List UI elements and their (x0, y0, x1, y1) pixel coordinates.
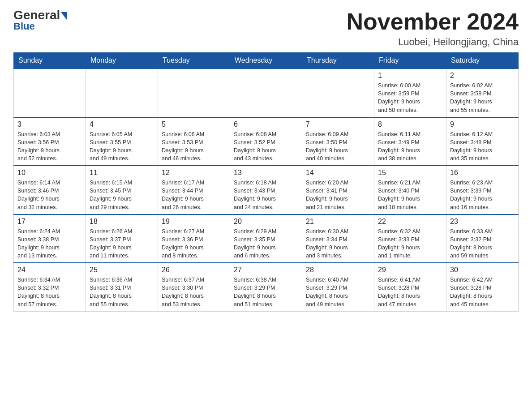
calendar-cell: 14Sunrise: 6:20 AM Sunset: 3:41 PM Dayli… (302, 166, 374, 214)
calendar-cell: 29Sunrise: 6:41 AM Sunset: 3:28 PM Dayli… (374, 263, 446, 311)
calendar-table: SundayMondayTuesdayWednesdayThursdayFrid… (13, 52, 519, 312)
day-info: Sunrise: 6:11 AM Sunset: 3:49 PM Dayligh… (378, 130, 442, 163)
day-number: 20 (234, 218, 298, 226)
calendar-title: November 2024 (347, 9, 519, 34)
day-number: 21 (306, 218, 370, 226)
day-info: Sunrise: 6:00 AM Sunset: 3:59 PM Dayligh… (378, 81, 442, 114)
day-info: Sunrise: 6:09 AM Sunset: 3:50 PM Dayligh… (306, 130, 370, 163)
calendar-cell: 26Sunrise: 6:37 AM Sunset: 3:30 PM Dayli… (158, 263, 230, 311)
day-info: Sunrise: 6:42 AM Sunset: 3:28 PM Dayligh… (450, 276, 515, 308)
day-number: 17 (17, 218, 82, 226)
logo: General Blue (13, 9, 67, 32)
day-number: 16 (450, 169, 515, 177)
day-info: Sunrise: 6:37 AM Sunset: 3:30 PM Dayligh… (162, 276, 226, 308)
day-number: 30 (450, 266, 515, 274)
weekday-header-monday: Monday (86, 53, 158, 69)
day-info: Sunrise: 6:24 AM Sunset: 3:38 PM Dayligh… (17, 227, 82, 260)
day-info: Sunrise: 6:06 AM Sunset: 3:53 PM Dayligh… (162, 130, 226, 163)
day-number: 25 (90, 266, 154, 274)
logo-text: General (13, 9, 67, 21)
calendar-cell: 2Sunrise: 6:02 AM Sunset: 3:58 PM Daylig… (446, 68, 519, 117)
calendar-cell (230, 68, 302, 117)
calendar-cell: 18Sunrise: 6:26 AM Sunset: 3:37 PM Dayli… (86, 214, 158, 263)
week-row-2: 3Sunrise: 6:03 AM Sunset: 3:56 PM Daylig… (14, 117, 519, 166)
week-row-4: 17Sunrise: 6:24 AM Sunset: 3:38 PM Dayli… (14, 214, 519, 263)
calendar-subtitle: Luobei, Heilongjiang, China (347, 36, 519, 48)
day-number: 3 (17, 120, 82, 128)
day-info: Sunrise: 6:33 AM Sunset: 3:32 PM Dayligh… (450, 227, 515, 260)
day-info: Sunrise: 6:40 AM Sunset: 3:29 PM Dayligh… (306, 276, 370, 308)
day-number: 5 (162, 120, 226, 128)
calendar-cell: 9Sunrise: 6:12 AM Sunset: 3:48 PM Daylig… (446, 117, 519, 166)
week-row-1: 1Sunrise: 6:00 AM Sunset: 3:59 PM Daylig… (14, 68, 519, 117)
calendar-cell: 28Sunrise: 6:40 AM Sunset: 3:29 PM Dayli… (302, 263, 374, 311)
day-number: 24 (17, 266, 82, 274)
day-info: Sunrise: 6:23 AM Sunset: 3:39 PM Dayligh… (450, 179, 515, 211)
calendar-cell: 13Sunrise: 6:18 AM Sunset: 3:43 PM Dayli… (230, 166, 302, 214)
calendar-cell: 30Sunrise: 6:42 AM Sunset: 3:28 PM Dayli… (446, 263, 519, 311)
day-number: 15 (378, 169, 442, 177)
calendar-cell: 6Sunrise: 6:08 AM Sunset: 3:52 PM Daylig… (230, 117, 302, 166)
weekday-header-friday: Friday (374, 53, 446, 69)
day-info: Sunrise: 6:29 AM Sunset: 3:35 PM Dayligh… (234, 227, 298, 260)
day-info: Sunrise: 6:26 AM Sunset: 3:37 PM Dayligh… (90, 227, 154, 260)
day-info: Sunrise: 6:12 AM Sunset: 3:48 PM Dayligh… (450, 130, 515, 163)
day-info: Sunrise: 6:30 AM Sunset: 3:34 PM Dayligh… (306, 227, 370, 260)
day-number: 1 (378, 72, 442, 80)
calendar-cell (158, 68, 230, 117)
day-number: 2 (450, 72, 515, 80)
weekday-header-tuesday: Tuesday (158, 53, 230, 69)
day-number: 13 (234, 169, 298, 177)
day-number: 27 (234, 266, 298, 274)
weekday-header-sunday: Sunday (14, 53, 86, 69)
day-info: Sunrise: 6:14 AM Sunset: 3:46 PM Dayligh… (17, 179, 82, 211)
calendar-cell: 22Sunrise: 6:32 AM Sunset: 3:33 PM Dayli… (374, 214, 446, 263)
day-info: Sunrise: 6:36 AM Sunset: 3:31 PM Dayligh… (90, 276, 154, 308)
day-info: Sunrise: 6:38 AM Sunset: 3:29 PM Dayligh… (234, 276, 298, 308)
calendar-cell: 15Sunrise: 6:21 AM Sunset: 3:40 PM Dayli… (374, 166, 446, 214)
day-number: 28 (306, 266, 370, 274)
weekday-header-wednesday: Wednesday (230, 53, 302, 69)
day-number: 4 (90, 120, 154, 128)
day-info: Sunrise: 6:03 AM Sunset: 3:56 PM Dayligh… (17, 130, 82, 163)
calendar-cell: 5Sunrise: 6:06 AM Sunset: 3:53 PM Daylig… (158, 117, 230, 166)
calendar-cell: 25Sunrise: 6:36 AM Sunset: 3:31 PM Dayli… (86, 263, 158, 311)
calendar-cell: 12Sunrise: 6:17 AM Sunset: 3:44 PM Dayli… (158, 166, 230, 214)
day-number: 11 (90, 169, 154, 177)
calendar-cell: 21Sunrise: 6:30 AM Sunset: 3:34 PM Dayli… (302, 214, 374, 263)
day-info: Sunrise: 6:08 AM Sunset: 3:52 PM Dayligh… (234, 130, 298, 163)
weekday-header-thursday: Thursday (302, 53, 374, 69)
day-number: 8 (378, 120, 442, 128)
day-info: Sunrise: 6:32 AM Sunset: 3:33 PM Dayligh… (378, 227, 442, 260)
day-info: Sunrise: 6:15 AM Sunset: 3:45 PM Dayligh… (90, 179, 154, 211)
calendar-cell: 24Sunrise: 6:34 AM Sunset: 3:32 PM Dayli… (14, 263, 86, 311)
calendar-cell: 10Sunrise: 6:14 AM Sunset: 3:46 PM Dayli… (14, 166, 86, 214)
calendar-cell: 19Sunrise: 6:27 AM Sunset: 3:36 PM Dayli… (158, 214, 230, 263)
day-number: 19 (162, 218, 226, 226)
title-block: November 2024 Luobei, Heilongjiang, Chin… (347, 9, 519, 48)
day-number: 12 (162, 169, 226, 177)
day-number: 29 (378, 266, 442, 274)
calendar-cell: 23Sunrise: 6:33 AM Sunset: 3:32 PM Dayli… (446, 214, 519, 263)
day-info: Sunrise: 6:05 AM Sunset: 3:55 PM Dayligh… (90, 130, 154, 163)
page-header: General Blue November 2024 Luobei, Heilo… (13, 9, 519, 48)
day-number: 7 (306, 120, 370, 128)
day-info: Sunrise: 6:17 AM Sunset: 3:44 PM Dayligh… (162, 179, 226, 211)
day-number: 23 (450, 218, 515, 226)
calendar-cell: 1Sunrise: 6:00 AM Sunset: 3:59 PM Daylig… (374, 68, 446, 117)
day-info: Sunrise: 6:20 AM Sunset: 3:41 PM Dayligh… (306, 179, 370, 211)
calendar-cell (302, 68, 374, 117)
calendar-cell: 27Sunrise: 6:38 AM Sunset: 3:29 PM Dayli… (230, 263, 302, 311)
calendar-cell: 11Sunrise: 6:15 AM Sunset: 3:45 PM Dayli… (86, 166, 158, 214)
day-info: Sunrise: 6:34 AM Sunset: 3:32 PM Dayligh… (17, 276, 82, 308)
day-info: Sunrise: 6:27 AM Sunset: 3:36 PM Dayligh… (162, 227, 226, 260)
calendar-cell: 4Sunrise: 6:05 AM Sunset: 3:55 PM Daylig… (86, 117, 158, 166)
day-number: 26 (162, 266, 226, 274)
day-number: 14 (306, 169, 370, 177)
calendar-cell (14, 68, 86, 117)
calendar-cell: 3Sunrise: 6:03 AM Sunset: 3:56 PM Daylig… (14, 117, 86, 166)
calendar-cell: 16Sunrise: 6:23 AM Sunset: 3:39 PM Dayli… (446, 166, 519, 214)
day-info: Sunrise: 6:21 AM Sunset: 3:40 PM Dayligh… (378, 179, 442, 211)
logo-blue-text: Blue (13, 21, 35, 32)
week-row-3: 10Sunrise: 6:14 AM Sunset: 3:46 PM Dayli… (14, 166, 519, 214)
